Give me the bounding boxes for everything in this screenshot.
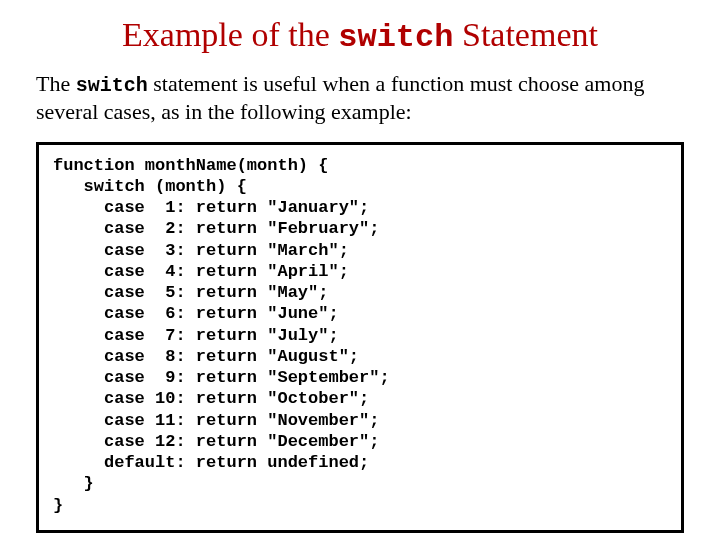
title-code-keyword: switch (338, 19, 453, 56)
slide-title: Example of the switch Statement (36, 16, 684, 56)
intro-paragraph: The switch statement is useful when a fu… (36, 70, 684, 126)
slide: Example of the switch Statement The swit… (0, 0, 720, 540)
title-suffix: Statement (453, 16, 597, 53)
intro-code-keyword: switch (76, 74, 148, 97)
code-listing: function monthName(month) { switch (mont… (36, 142, 684, 533)
intro-prefix: The (36, 71, 76, 96)
title-prefix: Example of the (122, 16, 338, 53)
